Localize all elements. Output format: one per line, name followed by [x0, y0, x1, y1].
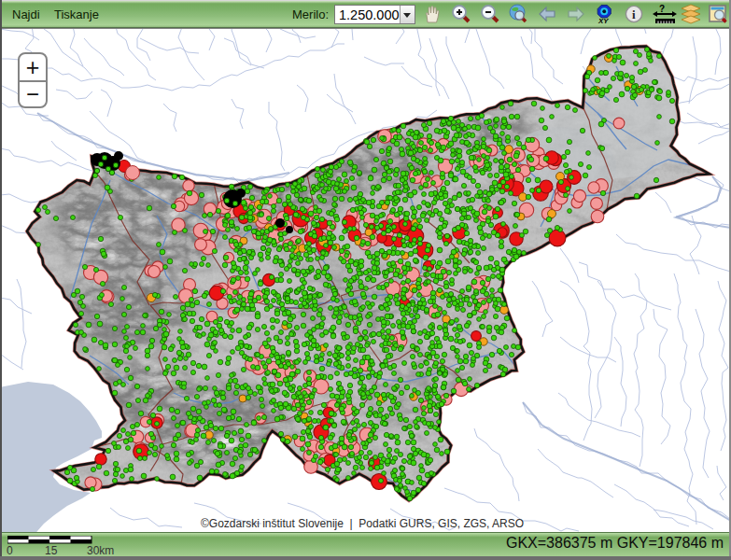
- svg-text:?: ?: [659, 4, 665, 14]
- svg-text:XY: XY: [597, 17, 609, 24]
- svg-text:i: i: [632, 7, 636, 21]
